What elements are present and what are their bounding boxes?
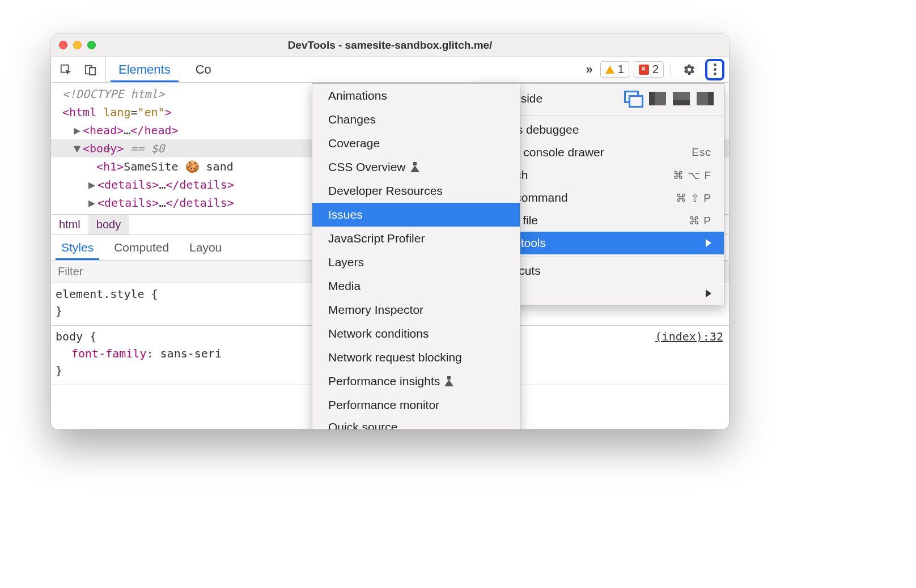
expand-icon[interactable]: ▶ xyxy=(88,176,97,194)
more-tabs-icon[interactable]: » xyxy=(580,62,596,77)
submenu-arrow-icon xyxy=(706,239,711,247)
dock-undock-icon[interactable] xyxy=(625,92,642,105)
window-title: DevTools - samesite-sandbox.glitch.me/ xyxy=(51,39,729,52)
more-tools-submenu: Animations Changes Coverage CSS Overview… xyxy=(312,83,520,429)
style-source-link[interactable]: (index):32 xyxy=(655,328,723,345)
inspect-element-icon[interactable] xyxy=(54,58,77,81)
submenu-arrow-icon xyxy=(706,289,711,297)
submenu-changes[interactable]: Changes xyxy=(312,108,520,131)
dock-left-icon[interactable] xyxy=(649,92,666,105)
traffic-lights xyxy=(51,41,96,49)
submenu-issues[interactable]: Issues xyxy=(312,203,520,227)
submenu-coverage[interactable]: Coverage xyxy=(312,131,520,155)
dom-doctype: <!DOCTYPE html> xyxy=(62,87,165,101)
tab-styles[interactable]: Styles xyxy=(51,235,104,260)
tab-elements[interactable]: Elements xyxy=(106,57,183,82)
minimize-window-icon[interactable] xyxy=(73,41,82,49)
devtools-window: DevTools - samesite-sandbox.glitch.me/ xyxy=(51,34,729,429)
submenu-javascript-profiler[interactable]: JavaScript Profiler xyxy=(312,227,520,250)
submenu-performance-monitor[interactable]: Performance monitor xyxy=(312,393,520,417)
submenu-developer-resources[interactable]: Developer Resources xyxy=(312,179,520,203)
collapse-icon[interactable]: ▼ xyxy=(74,139,83,157)
zoom-window-icon[interactable] xyxy=(87,41,96,49)
experiment-icon xyxy=(410,162,419,172)
svg-rect-2 xyxy=(90,67,95,75)
tab-computed[interactable]: Computed xyxy=(104,235,179,260)
errors-count: 2 xyxy=(652,63,659,76)
submenu-performance-insights[interactable]: Performance insights xyxy=(312,369,520,393)
toolbar: Elements Co » 1 2 xyxy=(51,57,729,83)
tab-layout-truncated[interactable]: Layou xyxy=(179,235,232,260)
submenu-css-overview[interactable]: CSS Overview xyxy=(312,155,520,179)
settings-icon[interactable] xyxy=(678,58,701,81)
errors-badge[interactable]: 2 xyxy=(634,61,664,78)
experiment-icon xyxy=(444,376,453,386)
breadcrumb-html[interactable]: html xyxy=(51,215,88,235)
tab-console-truncated[interactable]: Co xyxy=(183,57,224,82)
more-options-button[interactable] xyxy=(705,59,724,80)
submenu-memory-inspector[interactable]: Memory Inspector xyxy=(312,298,520,322)
warning-icon xyxy=(605,66,614,74)
dock-right-icon[interactable] xyxy=(697,92,714,105)
submenu-quick-source[interactable]: Quick source xyxy=(312,417,520,429)
error-icon xyxy=(639,65,649,75)
close-window-icon[interactable] xyxy=(59,41,67,49)
warnings-badge[interactable]: 1 xyxy=(600,61,629,78)
expand-icon[interactable]: ▶ xyxy=(88,194,97,212)
breadcrumb-body[interactable]: body xyxy=(88,215,129,235)
submenu-animations[interactable]: Animations xyxy=(312,84,520,108)
dock-bottom-icon[interactable] xyxy=(673,92,690,105)
device-toolbar-icon[interactable] xyxy=(79,58,102,81)
titlebar: DevTools - samesite-sandbox.glitch.me/ xyxy=(51,34,729,57)
submenu-network-conditions[interactable]: Network conditions xyxy=(312,322,520,346)
submenu-network-request-blocking[interactable]: Network request blocking xyxy=(312,346,520,369)
submenu-media[interactable]: Media xyxy=(312,274,520,298)
submenu-layers[interactable]: Layers xyxy=(312,250,520,274)
expand-icon[interactable]: ▶ xyxy=(74,121,83,139)
warnings-count: 1 xyxy=(618,63,624,76)
